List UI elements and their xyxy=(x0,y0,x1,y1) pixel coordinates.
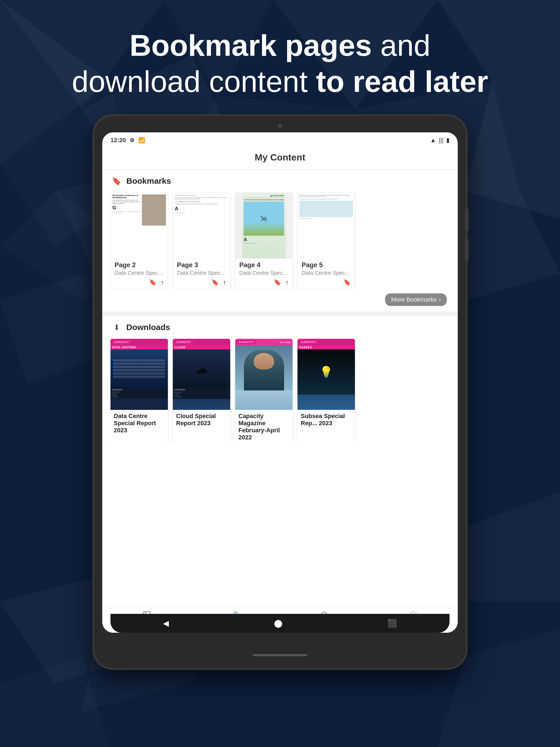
app-header: My Content xyxy=(102,147,458,170)
download-card-3[interactable]: capacity telecomegypt Cap xyxy=(235,339,292,442)
share-icon-2[interactable]: ↑ xyxy=(223,279,226,286)
tablet-camera xyxy=(278,124,282,128)
sim-icon: 📶 xyxy=(138,137,145,144)
svg-marker-20 xyxy=(0,656,109,747)
download-title-3: Capacity Magazine February-April 2022 xyxy=(235,410,292,442)
bookmark-thumb-2: In the Middle East is changing with... L… xyxy=(173,193,230,258)
back-button[interactable]: ◀ xyxy=(163,619,169,628)
bookmark-icon-4[interactable]: 🔖 xyxy=(343,279,351,286)
home-indicator xyxy=(253,654,307,656)
bookmark-actions-2: 🔖 ↑ xyxy=(173,277,230,289)
tablet-side-button-2 xyxy=(465,239,469,261)
headline-normal-1: and xyxy=(372,28,430,62)
headline: Bookmark pages and download content to r… xyxy=(50,0,510,116)
download-title-1: Data Centre Special Report 2023 xyxy=(110,410,168,435)
bookmark-card-4[interactable]: Mr A D Dave Lorem ipsum dolor sit amet c… xyxy=(298,192,355,289)
downloads-row: capacity DATA CENTRES xyxy=(110,339,450,442)
android-nav: ◀ ⬤ ⬛ xyxy=(110,614,450,633)
home-button[interactable]: ⬤ xyxy=(274,619,282,628)
bookmark-actions-4: 🔖 xyxy=(298,277,355,289)
status-time: 12:20 ⚙ 📶 xyxy=(110,137,145,144)
bookmark-card-2[interactable]: In the Middle East is changing with... L… xyxy=(173,192,230,289)
bookmark-source-1: Data Centre Special Report... xyxy=(111,270,168,277)
bookmark-source-4: Data Centre Special Report... xyxy=(298,270,355,277)
headline-normal-2: download content xyxy=(72,65,308,98)
bookmarks-header: 🔖 Bookmarks xyxy=(110,175,450,187)
signal-icon: ||| xyxy=(439,137,443,144)
bookmark-source-2: Data Centre Special Report... xyxy=(173,270,230,277)
download-title-2: Cloud Special Report 2023 xyxy=(173,410,230,428)
download-card-4[interactable]: capacity SUBSEA 💡 Subsea Special Rep... … xyxy=(298,339,355,442)
wifi-icon: ▲ xyxy=(430,137,436,144)
app-title: My Content xyxy=(255,152,305,162)
bookmark-thumb-3: ||| KAO DATA STAYING THE PATH IN THE PUR… xyxy=(235,193,292,258)
tablet-screen: 12:20 ⚙ 📶 ▲ ||| ▮ My Content 🔖 Bookmarks xyxy=(102,132,458,633)
gear-icon: ⚙ xyxy=(130,137,134,144)
downloads-section-icon: ⬇ xyxy=(110,321,123,333)
bookmarks-title: Bookmarks xyxy=(126,176,171,186)
download-thumb-2: capacity CLOUD ☁ CONTENTS Big interviewF… xyxy=(173,339,230,410)
bookmark-icon-1[interactable]: 🔖 xyxy=(149,279,156,286)
bookmark-actions-3: 🔖 ↑ xyxy=(235,277,292,289)
bookmark-page-3: Page 4 xyxy=(235,258,292,270)
bookmarks-row: Next frontier for telecoms 'is the Middl… xyxy=(110,192,450,289)
svg-marker-15 xyxy=(0,274,109,383)
share-icon-3[interactable]: ↑ xyxy=(285,279,288,286)
screen-content[interactable]: 🔖 Bookmarks Next frontier for telecoms '… xyxy=(102,170,458,633)
tablet-side-button-1 xyxy=(465,209,469,231)
bookmark-actions-1: 🔖 ↑ xyxy=(111,277,168,289)
download-title-4: Subsea Special Rep... 2023 xyxy=(298,410,355,428)
headline-bold-2: to read later xyxy=(308,65,488,98)
bookmark-thumb-4: Mr A D Dave Lorem ipsum dolor sit amet c… xyxy=(298,193,355,258)
share-icon-1[interactable]: ↑ xyxy=(161,279,164,286)
status-bar: 12:20 ⚙ 📶 ▲ ||| ▮ xyxy=(102,132,458,147)
headline-bold-1: Bookmark pages xyxy=(130,28,372,62)
downloads-header: ⬇ Downloads xyxy=(110,321,450,333)
download-thumb-1: capacity DATA CENTRES xyxy=(110,339,168,410)
chevron-right-icon: › xyxy=(439,296,441,303)
download-thumb-4: capacity SUBSEA 💡 xyxy=(298,339,355,410)
battery-icon: ▮ xyxy=(446,137,450,144)
more-bookmarks-button[interactable]: More Bookmarks › xyxy=(385,293,447,306)
download-thumb-3: capacity telecomegypt xyxy=(235,339,292,410)
recents-button[interactable]: ⬛ xyxy=(387,619,397,628)
downloads-section: ⬇ Downloads capacity DATA CENTRES xyxy=(102,316,458,606)
bookmark-icon-2[interactable]: 🔖 xyxy=(211,279,219,286)
download-card-1[interactable]: capacity DATA CENTRES xyxy=(110,339,168,442)
bookmark-thumb-1: Next frontier for telecoms 'is the Middl… xyxy=(111,193,168,258)
tablet-device: 12:20 ⚙ 📶 ▲ ||| ▮ My Content 🔖 Bookmarks xyxy=(94,116,466,668)
bookmark-page-2: Page 3 xyxy=(173,258,230,270)
bookmark-page-1: Page 2 xyxy=(111,258,168,270)
bookmark-card-1[interactable]: Next frontier for telecoms 'is the Middl… xyxy=(110,192,168,289)
more-bookmarks-container: More Bookmarks › xyxy=(110,289,450,306)
downloads-title: Downloads xyxy=(126,323,170,332)
bookmark-source-3: Data Centre Special Report... xyxy=(235,270,292,277)
status-icons: ▲ ||| ▮ xyxy=(430,137,450,144)
download-card-2[interactable]: capacity CLOUD ☁ CONTENTS Big interviewF… xyxy=(173,339,230,442)
bookmark-card-3[interactable]: ||| KAO DATA STAYING THE PATH IN THE PUR… xyxy=(235,192,292,289)
bookmarks-section: 🔖 Bookmarks Next frontier for telecoms '… xyxy=(102,170,458,311)
bookmark-icon-3[interactable]: 🔖 xyxy=(274,279,281,286)
bookmark-page-4: Page 5 xyxy=(298,258,355,270)
more-bookmarks-label: More Bookmarks xyxy=(391,296,436,303)
bookmark-section-icon: 🔖 xyxy=(110,175,123,187)
